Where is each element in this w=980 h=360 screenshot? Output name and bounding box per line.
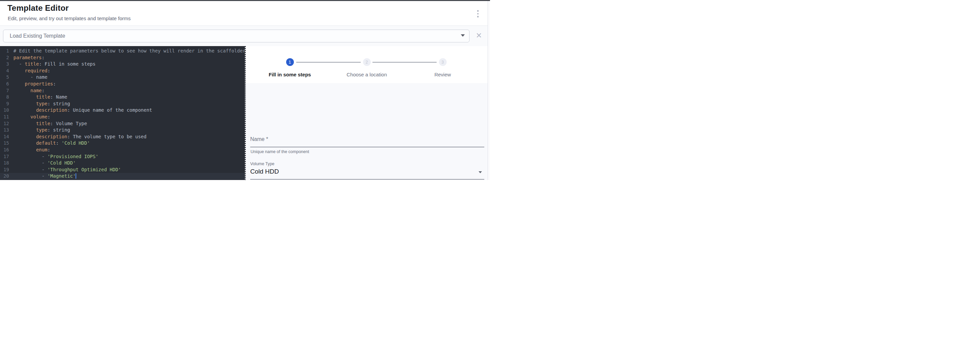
line-number: 10 [0,107,9,114]
more-vert-icon[interactable] [474,8,482,20]
line-number: 6 [0,81,9,88]
line-number: 3 [0,61,9,68]
name-field-helper: Unique name of the component [251,149,309,154]
code-line: 7 name: [0,88,245,94]
name-field-label: Name * [250,136,268,142]
code-line: 5 - name [0,74,245,81]
line-number: 18 [0,160,9,166]
page-title: Template Editor [7,3,69,13]
code-line: 2parameters: [0,54,245,61]
code-line: 6 properties: [0,81,245,88]
line-number: 12 [0,120,9,127]
line-number: 4 [0,68,9,74]
volume-type-underline [250,179,484,180]
code-line: 8 title: Name [0,94,245,101]
line-number: 11 [0,114,9,120]
line-number: 19 [0,166,9,173]
page-subtitle: Edit, preview, and try out templates and… [8,16,130,21]
code-line: 16 enum: [0,147,245,154]
step-label: Review [414,72,471,77]
step-label: Fill in some steps [261,72,318,77]
page-header: Template Editor Edit, preview, and try o… [0,1,490,26]
code-line: 17 - 'Provisioned IOPS' [0,154,245,160]
line-number: 8 [0,94,9,101]
code-line: 13 type: string [0,127,245,134]
code-line: 12 title: Volume Type [0,120,245,127]
code-line: 14 description: The volume type to be us… [0,134,245,140]
step-circle: 2 [363,58,371,66]
close-icon[interactable]: ✕ [474,30,484,41]
code-line: 1# Edit the template parameters below to… [0,48,245,54]
step-label: Choose a location [338,72,395,77]
text-cursor [76,173,76,179]
volume-type-select[interactable]: Cold HDD [250,168,279,175]
line-number: 14 [0,134,9,140]
code-line: 10 description: Unique name of the compo… [0,107,245,114]
code-line: 4 required: [0,68,245,74]
load-existing-template-select[interactable]: Load Existing Template [3,30,469,42]
chevron-down-icon [479,171,482,173]
chevron-down-icon [461,34,465,37]
line-number: 1 [0,48,9,54]
template-loader-row: Load Existing Template ✕ [0,26,488,46]
code-line: 3 - title: Fill in some steps [0,61,245,68]
code-line: 15 default: 'Cold HDD' [0,140,245,147]
template-form-preview: 1Fill in some steps2Choose a location3Re… [246,46,488,180]
vertical-scrollbar[interactable] [488,1,490,180]
code-line: 20 - 'Magnetic' [0,173,245,180]
line-number: 17 [0,154,9,160]
line-number: 13 [0,127,9,134]
load-template-placeholder: Load Existing Template [10,33,65,39]
code-line: 9 type: string [0,101,245,107]
code-line: 18 - 'Cold HDD' [0,160,245,166]
stepper: 1Fill in some steps2Choose a location3Re… [246,46,488,83]
step-3: 3Review [414,46,471,77]
name-input[interactable] [250,147,484,147]
line-number: 15 [0,140,9,147]
line-number: 7 [0,88,9,94]
code-line: 11 volume: [0,114,245,120]
code-line: 19 - 'Throughput Optimized HDD' [0,166,245,173]
step-form: Name * Unique name of the component Volu… [246,83,488,180]
line-number: 5 [0,74,9,81]
step-1: 1Fill in some steps [261,46,318,77]
step-circle: 1 [286,58,294,66]
yaml-code-editor[interactable]: 1# Edit the template parameters below to… [0,46,245,180]
line-number: 16 [0,147,9,154]
line-number: 2 [0,54,9,61]
step-2: 2Choose a location [338,46,395,77]
line-number: 9 [0,101,9,107]
line-number: 20 [0,173,9,180]
step-circle: 3 [439,58,447,66]
template-editor-page: Template Editor Edit, preview, and try o… [0,0,490,180]
volume-type-label: Volume Type [250,162,274,166]
